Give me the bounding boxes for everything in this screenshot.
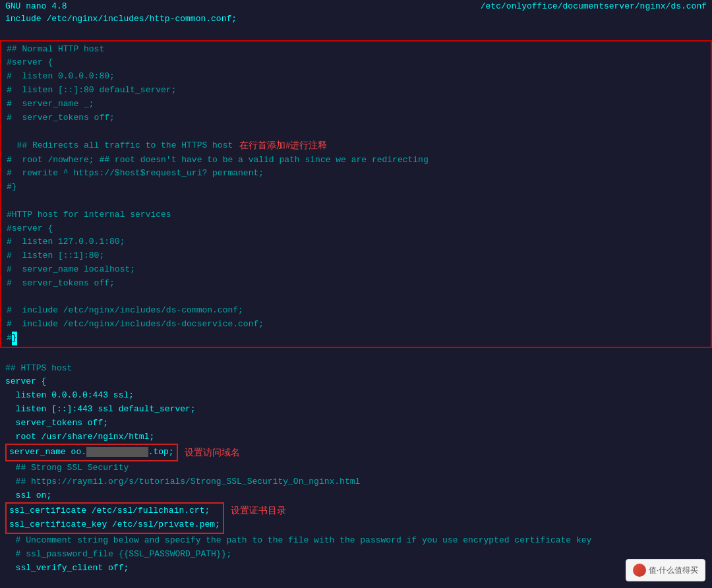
- code-line-blank-4: [1, 291, 711, 305]
- code-line-blank-5: [0, 348, 712, 362]
- server-name-boxed: server_name oo. .top;: [5, 444, 178, 461]
- code-line-raymii: ## https://raymii.org/s/tutorials/Strong…: [0, 475, 712, 489]
- code-line-listen-443: listen 0.0.0.0:443 ssl;: [0, 389, 712, 403]
- comment-annotation: 在行首添加#进行注释: [239, 138, 327, 153]
- code-line-close-1: #}: [1, 181, 711, 194]
- cert-lines: ssl_certificate /etc/ssl/fullchain.crt; …: [0, 502, 712, 534]
- code-line-include-ds-docservice: # include /etc/nginx/includes/ds-docserv…: [1, 318, 711, 332]
- code-line-blank-2: [1, 125, 711, 138]
- code-line-ssl-on: ssl on;: [0, 489, 712, 503]
- code-line-root-nowhere: # root /nowhere; ## root doesn't have to…: [1, 154, 711, 167]
- code-line-uncomment: # Uncomment string below and specify the…: [0, 534, 712, 548]
- code-line-blank-3: [1, 194, 711, 208]
- code-line-listen-ipv6-1: # listen [::1]:80;: [1, 249, 711, 263]
- code-line-server-open-2: #server {: [1, 222, 711, 236]
- code-line-blank-6: [0, 575, 712, 588]
- editor-area[interactable]: include /etc/nginx/includes/http-common.…: [0, 13, 712, 588]
- code-line-listen-ipv6-80: # listen [::]:80 default_server;: [1, 84, 711, 98]
- code-line-https-comment: ## HTTPS host: [0, 362, 712, 376]
- code-line-ssl-verify: ssl_verify_client off;: [0, 562, 712, 575]
- line-with-annotation-comment: ## Redirects all traffic to the HTTPS ho…: [1, 138, 711, 153]
- code-line-listen-80: # listen 0.0.0.0:80;: [1, 70, 711, 84]
- code-line-root-nginx: root /usr/share/nginx/html;: [0, 430, 712, 444]
- code-line-ssl-password: # ssl_password_file {{SSL_PASSWORD_PATH}…: [0, 548, 712, 562]
- code-line-http-internal: #HTTP host for internal services: [1, 208, 711, 222]
- code-line-close-2: #}: [1, 332, 711, 345]
- code-line-server-open-https: server {: [0, 375, 712, 389]
- code-line-listen-127: # listen 127.0.0.1:80;: [1, 235, 711, 249]
- cert-annotation: 设置证书目录: [231, 504, 286, 518]
- top-bar: GNU nano 4.8 /etc/onlyoffice/documentser…: [0, 0, 712, 13]
- domain-annotation: 设置访问域名: [185, 446, 240, 460]
- commented-http-block: ## Normal HTTP host #server { # listen 0…: [0, 40, 712, 348]
- code-line-strong-ssl: ## Strong SSL Security: [0, 461, 712, 475]
- app-title: GNU nano 4.8: [5, 1, 67, 11]
- watermark-icon: [633, 564, 646, 577]
- code-line-include-ds-common: # include /etc/nginx/includes/ds-common.…: [1, 304, 711, 318]
- server-name-line: server_name oo. .top; 设置访问域名: [0, 444, 712, 461]
- code-line-server-tokens-1: # server_tokens off;: [1, 111, 711, 125]
- code-line-server-open: #server {: [1, 56, 711, 70]
- file-path: /etc/onlyoffice/documentserver/nginx/ds.…: [481, 1, 707, 11]
- code-line-listen-ipv6-443: listen [::]:443 ssl default_server;: [0, 403, 712, 417]
- code-line-server-name-localhost: # server_name localhost;: [1, 263, 711, 277]
- code-line-blank-1: [0, 26, 712, 40]
- code-line-normal-http-comment: ## Normal HTTP host: [1, 43, 711, 57]
- watermark: 值·什么值得买: [626, 559, 705, 581]
- cert-box: ssl_certificate /etc/ssl/fullchain.crt; …: [5, 502, 224, 534]
- watermark-text: 值·什么值得买: [649, 565, 698, 576]
- redirects-comment: ## Redirects all traffic to the HTTPS ho…: [7, 139, 233, 153]
- code-line-server-tokens-2: # server_tokens off;: [1, 277, 711, 291]
- code-line-server-tokens-https: server_tokens off;: [0, 417, 712, 430]
- code-line-server-name-underscore: # server_name _;: [1, 98, 711, 111]
- code-line-1: include /etc/nginx/includes/http-common.…: [0, 13, 712, 26]
- code-line-rewrite: # rewrite ^ https://$host$request_uri? p…: [1, 167, 711, 181]
